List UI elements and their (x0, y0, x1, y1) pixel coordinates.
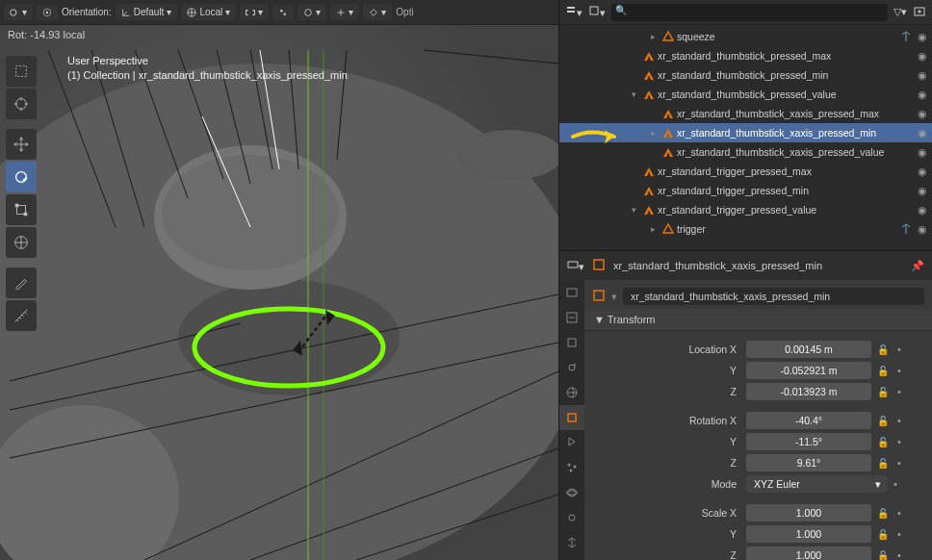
outliner-panel[interactable]: ▾ ▾ ▽▾ ▸squeeze◉xr_standard_thumbstick_p… (558, 0, 932, 250)
view-layer-tab[interactable] (559, 330, 584, 355)
viewport-canvas[interactable] (0, 25, 558, 560)
outliner-row[interactable]: xr_standard_trigger_pressed_min◉ (559, 181, 932, 200)
transform-panel-header[interactable]: ▼ Transform (584, 309, 932, 331)
location-x-label: Location X (590, 344, 742, 355)
lock-icon[interactable]: 🔓 (875, 458, 891, 469)
outliner-row[interactable]: ▾xr_standard_trigger_pressed_value◉ (559, 200, 932, 219)
measure-tool[interactable] (6, 300, 37, 331)
keyframe-dot[interactable]: • (894, 365, 904, 376)
keyframe-dot[interactable]: • (894, 386, 904, 397)
outliner-row[interactable]: ▸xr_standard_thumbstick_xaxis_pressed_mi… (559, 123, 932, 142)
filter-icon[interactable]: ▽▾ (893, 6, 907, 18)
rotation-z-field[interactable]: 9.61° (746, 454, 871, 471)
visibility-toggle-icon[interactable]: ◉ (913, 31, 932, 43)
rotation-x-field[interactable]: -40.4° (746, 412, 871, 429)
location-y-field[interactable]: -0.052921 m (746, 362, 871, 379)
outliner-row[interactable]: ▸squeeze◉ (559, 27, 932, 46)
outliner-display-mode[interactable]: ▾ (565, 5, 582, 19)
constraint-tab[interactable] (559, 505, 584, 530)
keyframe-dot[interactable]: • (894, 344, 904, 355)
visibility-toggle-icon[interactable]: ◉ (913, 146, 932, 159)
lock-icon[interactable]: 🔓 (875, 550, 891, 561)
properties-editor-type[interactable]: ▾ (567, 259, 584, 273)
rotation-y-field[interactable]: -11.5° (746, 433, 871, 450)
render-tab[interactable] (559, 280, 584, 305)
lock-icon[interactable]: 🔓 (875, 416, 891, 426)
keyframe-dot[interactable]: • (894, 549, 904, 560)
outliner-row[interactable]: ▸trigger◉ (559, 219, 932, 239)
scale-tool[interactable] (6, 194, 37, 225)
pin-icon[interactable]: 📌 (911, 260, 924, 272)
keyframe-dot[interactable]: • (894, 436, 904, 447)
particle-tab[interactable] (559, 455, 584, 480)
lock-icon[interactable]: 🔓 (875, 508, 891, 519)
keyframe-dot[interactable]: • (894, 457, 904, 469)
transform-tool[interactable] (6, 227, 37, 258)
location-x-field[interactable]: 0.00145 m (746, 341, 871, 358)
rotation-mode-dropdown[interactable]: XYZ Euler▾ (746, 475, 887, 493)
outliner-tree[interactable]: ▸squeeze◉xr_standard_thumbstick_pressed_… (559, 25, 932, 239)
outliner-view-layer[interactable]: ▾ (588, 5, 606, 19)
pivot-dropdown[interactable] (37, 5, 58, 20)
visibility-toggle-icon[interactable]: ◉ (913, 223, 932, 236)
outliner-header: ▾ ▾ ▽▾ (559, 0, 932, 25)
object-name-field[interactable]: xr_standard_thumbstick_xaxis_pressed_min (623, 288, 924, 305)
snap-toggle[interactable]: ▾ (240, 4, 269, 20)
lock-icon[interactable]: 🔓 (875, 529, 891, 540)
properties-panel[interactable]: ▾ xr_standard_thumbstick_xaxis_pressed_m… (558, 250, 932, 560)
pivot-point-dropdown[interactable]: Local ▾ (181, 4, 236, 20)
3d-viewport[interactable]: ▾ Orientation: Default ▾ Local ▾ ▾ ▾ ▾ ▾… (0, 0, 558, 560)
visibility-toggle-icon[interactable]: ◉ (913, 50, 932, 63)
editor-type-dropdown[interactable]: ▾ (4, 4, 33, 20)
scene-tab[interactable] (559, 355, 584, 380)
outliner-row[interactable]: xr_standard_thumbstick_pressed_min◉ (559, 65, 932, 85)
physics-tab[interactable] (559, 480, 584, 505)
scale-x-field[interactable]: 1.000 (746, 504, 871, 522)
modifier-tab[interactable] (559, 430, 584, 455)
lock-icon[interactable]: 🔓 (875, 387, 891, 397)
visibility-toggle-icon[interactable]: ◉ (913, 165, 932, 178)
cursor-tool[interactable] (6, 89, 37, 119)
visibility-toggle-icon[interactable]: ◉ (913, 89, 932, 101)
disclosure-triangle[interactable]: ▾ (627, 205, 640, 215)
lock-icon[interactable]: 🔓 (875, 437, 891, 447)
world-tab[interactable] (559, 380, 584, 405)
keyframe-dot[interactable]: • (891, 478, 900, 490)
transform-orientation-dropdown[interactable]: Default ▾ (116, 4, 178, 20)
outliner-search-input[interactable] (611, 4, 888, 21)
visibility-toggle-icon[interactable]: ◉ (913, 185, 932, 197)
outliner-row[interactable]: xr_standard_thumbstick_pressed_max◉ (559, 46, 932, 65)
disclosure-triangle[interactable]: ▸ (646, 224, 660, 234)
lock-icon[interactable]: 🔓 (875, 366, 891, 376)
rotate-tool[interactable] (6, 162, 37, 192)
snap-element-dropdown[interactable] (272, 5, 294, 20)
disclosure-triangle[interactable]: ▸ (646, 32, 660, 41)
overlay-dropdown[interactable]: ▾ (363, 4, 392, 20)
keyframe-dot[interactable]: • (894, 415, 904, 426)
outliner-row[interactable]: xr_standard_thumbstick_xaxis_pressed_val… (559, 142, 932, 162)
visibility-toggle-icon[interactable]: ◉ (913, 108, 932, 120)
proportional-edit-toggle[interactable]: ▾ (298, 4, 326, 20)
visibility-toggle-icon[interactable]: ◉ (913, 204, 932, 216)
disclosure-triangle[interactable]: ▾ (627, 89, 640, 99)
keyframe-dot[interactable]: • (894, 528, 904, 540)
lock-icon[interactable]: 🔓 (875, 344, 891, 355)
outliner-row[interactable]: ▾xr_standard_thumbstick_pressed_value◉ (559, 85, 932, 104)
gizmo-dropdown[interactable]: ▾ (330, 4, 359, 20)
disclosure-triangle[interactable]: ▸ (646, 128, 660, 138)
visibility-toggle-icon[interactable]: ◉ (913, 69, 932, 82)
scale-y-field[interactable]: 1.000 (746, 525, 871, 543)
keyframe-dot[interactable]: • (894, 507, 904, 519)
location-z-field[interactable]: -0.013923 m (746, 383, 871, 400)
scale-z-field[interactable]: 1.000 (746, 547, 871, 560)
output-tab[interactable] (559, 305, 584, 330)
outliner-row[interactable]: xr_standard_thumbstick_xaxis_pressed_max… (559, 104, 932, 123)
visibility-toggle-icon[interactable]: ◉ (913, 127, 932, 140)
move-tool[interactable] (6, 129, 37, 160)
outliner-row[interactable]: xr_standard_trigger_pressed_max◉ (559, 162, 932, 181)
annotate-tool[interactable] (6, 267, 37, 298)
data-tab[interactable] (559, 530, 584, 555)
new-collection-icon[interactable] (913, 5, 926, 20)
object-tab[interactable] (559, 405, 584, 430)
select-box-tool[interactable] (6, 56, 37, 87)
